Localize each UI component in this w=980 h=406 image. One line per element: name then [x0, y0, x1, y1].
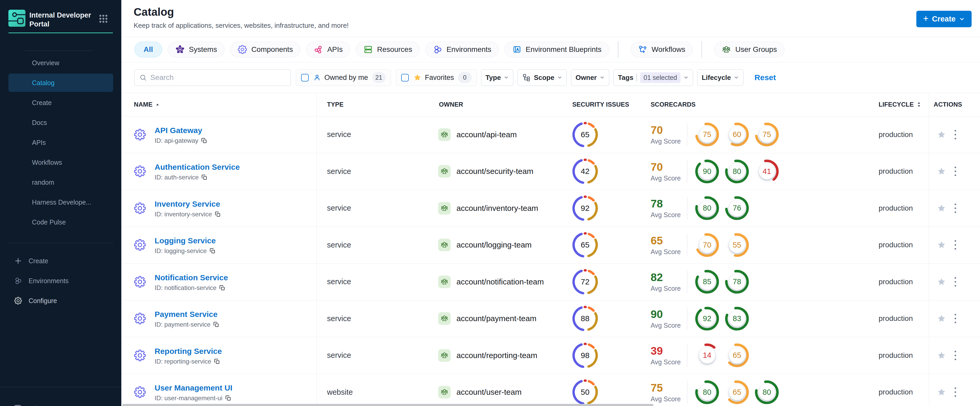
favorite-star-button[interactable]	[937, 130, 946, 140]
owned-by-me-checkbox[interactable]	[301, 74, 309, 81]
owner-name[interactable]: account/notification-team	[457, 278, 544, 286]
owner-name[interactable]: account/security-team	[457, 167, 533, 176]
sidebar-item-docs[interactable]: Docs	[8, 113, 113, 132]
tab-apis[interactable]: APIs	[306, 42, 350, 57]
kebab-menu-button[interactable]	[954, 313, 957, 324]
favorite-star-button[interactable]	[937, 203, 946, 213]
copy-icon[interactable]	[214, 358, 220, 365]
column-header-owner[interactable]: OWNER	[431, 101, 563, 108]
favorite-star-button[interactable]	[937, 387, 946, 397]
column-header-lifecycle[interactable]: LIFECYCLE	[870, 101, 929, 108]
sidebar-bottom-environments[interactable]: Environments	[8, 271, 113, 291]
entity-name-link[interactable]: User Management UI	[154, 384, 232, 392]
app-grid-icon[interactable]	[99, 14, 108, 24]
tab-resources[interactable]: Resources	[356, 42, 420, 57]
tab-systems[interactable]: Systems	[168, 42, 224, 57]
kebab-menu-button[interactable]	[954, 239, 957, 251]
tags-dropdown[interactable]: Tags01 selected	[613, 70, 693, 86]
copy-icon[interactable]	[201, 138, 207, 144]
sidebar-bottom-create[interactable]: Create	[8, 251, 113, 271]
favorite-star-button[interactable]	[937, 351, 946, 360]
tab-workflows[interactable]: Workflows	[630, 42, 693, 57]
tab-user-groups[interactable]: User Groups	[714, 42, 784, 57]
owner-name[interactable]: account/inventory-team	[457, 204, 538, 213]
search-box[interactable]	[134, 70, 291, 86]
tab-all[interactable]: All	[134, 42, 162, 57]
entity-name-link[interactable]: Payment Service	[154, 310, 220, 319]
entity-name-link[interactable]: Inventory Service	[154, 200, 221, 208]
scorecard-value: 83	[725, 307, 749, 331]
sidebar-item-catalog[interactable]: Catalog	[8, 74, 113, 92]
kebab-menu-button[interactable]	[954, 350, 957, 361]
column-header-type[interactable]: TYPE	[317, 101, 431, 108]
help-label: Help	[27, 405, 41, 406]
favorite-star-button[interactable]	[937, 167, 946, 176]
entity-type: service	[327, 278, 351, 286]
horizontal-scrollbar[interactable]	[122, 404, 654, 406]
table-row[interactable]: Authentication Service ID: auth-service …	[121, 153, 980, 190]
table-row[interactable]: Reporting Service ID: reporting-service …	[121, 337, 980, 374]
table-row[interactable]: Logging Service ID: logging-service serv…	[121, 227, 980, 264]
sidebar-bottom-configure[interactable]: Configure	[8, 291, 113, 311]
tab-components[interactable]: Components	[230, 42, 301, 57]
owner-name[interactable]: account/payment-team	[457, 314, 536, 323]
tab-environments[interactable]: Environments	[425, 42, 499, 57]
type-dropdown[interactable]: Type	[481, 70, 514, 86]
dropdown-label: Tags	[618, 74, 633, 82]
owner-dropdown[interactable]: Owner	[571, 70, 609, 86]
copy-icon[interactable]	[201, 174, 208, 181]
sidebar-item-overview[interactable]: Overview	[8, 54, 113, 72]
column-header-security[interactable]: SECURITY ISSUES	[563, 101, 642, 108]
sidebar-item-workflows[interactable]: Workflows	[8, 153, 113, 171]
entity-name-link[interactable]: Logging Service	[154, 236, 216, 245]
sidebar-item-apis[interactable]: APIs	[8, 133, 113, 152]
sidebar-item-random[interactable]: random	[8, 173, 113, 192]
favorite-star-button[interactable]	[937, 314, 946, 323]
entity-name-link[interactable]: API Gateway	[154, 126, 207, 135]
reset-button[interactable]: Reset	[754, 73, 776, 82]
copy-icon[interactable]	[215, 211, 221, 217]
copy-icon[interactable]	[225, 395, 231, 401]
sidebar-item-help[interactable]: ? Help	[14, 405, 41, 406]
owned-by-me-filter[interactable]: Owned by me 21	[296, 70, 391, 86]
kebab-menu-button[interactable]	[954, 165, 957, 177]
table-row[interactable]: Payment Service ID: payment-service serv…	[121, 300, 980, 337]
copy-icon[interactable]	[219, 285, 225, 291]
lifecycle-value: production	[878, 351, 913, 360]
entity-name-link[interactable]: Authentication Service	[154, 163, 240, 171]
copy-icon[interactable]	[209, 248, 216, 254]
owner-name[interactable]: account/user-team	[457, 388, 522, 396]
owner-name[interactable]: account/logging-team	[457, 241, 532, 249]
column-header-scorecards[interactable]: SCORECARDS	[642, 101, 870, 108]
sidebar-item-harness-develope-[interactable]: Harness Develope...	[8, 193, 113, 211]
kebab-menu-button[interactable]	[954, 129, 957, 140]
favorite-star-button[interactable]	[937, 277, 946, 287]
owner-name[interactable]: account/reporting-team	[457, 351, 538, 360]
security-issues-donut: 88	[572, 306, 598, 331]
tab-environment-blueprints[interactable]: Environment Blueprints	[504, 42, 609, 57]
favorite-star-button[interactable]	[937, 240, 946, 250]
tabs-separator	[702, 41, 702, 58]
entity-name-link[interactable]: Notification Service	[154, 273, 228, 282]
table-row[interactable]: User Management UI ID: user-management-u…	[121, 374, 980, 406]
entity-name-link[interactable]: Reporting Service	[154, 347, 222, 356]
copy-icon[interactable]	[213, 321, 220, 328]
table-row[interactable]: Inventory Service ID: inventory-service …	[121, 190, 980, 227]
create-button[interactable]: + Create	[916, 11, 972, 27]
lifecycle-dropdown[interactable]: Lifecycle	[697, 70, 743, 86]
filters-row: Owned by me 21 Favorites 0 Type ScopeOwn…	[121, 62, 980, 93]
table-row[interactable]: API Gateway ID: api-gateway service acco…	[121, 116, 980, 153]
scope-dropdown[interactable]: Scope	[517, 70, 567, 86]
favorites-filter[interactable]: Favorites 0	[396, 70, 477, 86]
kebab-menu-button[interactable]	[954, 276, 957, 288]
favorites-checkbox[interactable]	[401, 74, 409, 81]
column-header-name[interactable]: NAME	[121, 101, 317, 108]
sidebar-item-code-pulse[interactable]: Code Pulse	[8, 213, 113, 231]
search-input[interactable]	[150, 73, 286, 82]
owner-name[interactable]: account/api-team	[457, 130, 517, 139]
app-logo[interactable]	[8, 10, 25, 27]
sidebar-item-create[interactable]: Create	[8, 94, 113, 112]
kebab-menu-button[interactable]	[954, 203, 957, 214]
table-row[interactable]: Notification Service ID: notification-se…	[121, 263, 980, 300]
kebab-menu-button[interactable]	[954, 386, 957, 398]
